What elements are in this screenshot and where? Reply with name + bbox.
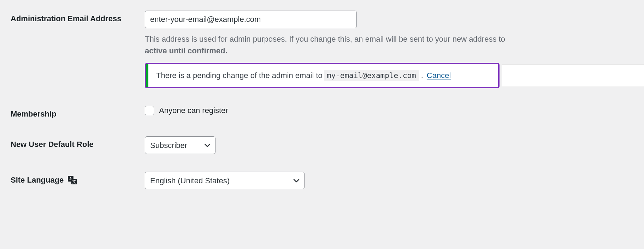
anyone-can-register-label: Anyone can register bbox=[159, 106, 228, 115]
admin-email-label: Administration Email Address bbox=[11, 11, 145, 23]
membership-label: Membership bbox=[11, 106, 145, 119]
admin-email-description: This address is used for admin purposes.… bbox=[145, 33, 633, 57]
pending-email-code: my-email@example.com bbox=[324, 70, 419, 81]
admin-email-input[interactable] bbox=[145, 11, 357, 28]
site-language-label: Site Language A 文 bbox=[11, 172, 145, 186]
pending-email-dot: . bbox=[421, 71, 423, 80]
pending-email-text: There is a pending change of the admin e… bbox=[156, 71, 323, 80]
pending-email-highlight: There is a pending change of the admin e… bbox=[145, 63, 500, 88]
anyone-can-register-checkbox[interactable] bbox=[145, 106, 154, 115]
svg-text:文: 文 bbox=[72, 179, 76, 184]
site-language-select[interactable]: English (United States) bbox=[145, 172, 305, 189]
notice-background-extension bbox=[502, 64, 644, 87]
default-role-label: New User Default Role bbox=[11, 136, 145, 149]
default-role-select[interactable]: Subscriber bbox=[145, 136, 215, 154]
cancel-pending-email-link[interactable]: Cancel bbox=[427, 71, 451, 80]
pending-email-notice: There is a pending change of the admin e… bbox=[146, 64, 498, 87]
translate-icon: A 文 bbox=[68, 176, 77, 186]
